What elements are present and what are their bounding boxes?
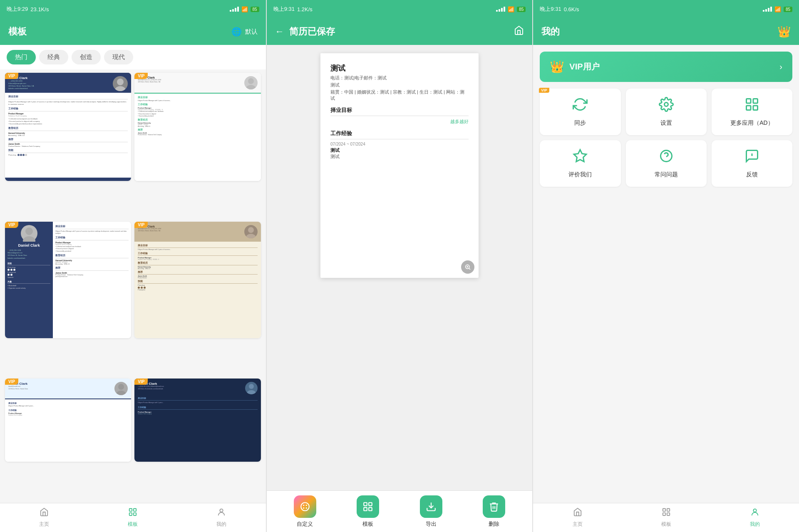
resume-exp-title: 测试 [330,147,340,153]
zoom-button[interactable] [461,260,474,274]
download-icon [420,495,442,518]
tab-label-my-3: 我的 [750,521,760,528]
svg-rect-34 [753,99,758,104]
svg-point-16 [220,509,223,512]
svg-point-24 [303,507,304,508]
home-button-2[interactable] [514,25,524,38]
status-right-2: 📶 85 [496,6,526,12]
vip-card-left: 👑 VIP用户 [550,60,599,74]
back-button-2[interactable]: ← [275,26,284,37]
header-title-2: 简历已保存 [289,25,335,38]
vip-crown-icon: 👑 [550,60,564,74]
svg-point-31 [664,103,668,106]
svg-point-10 [249,384,254,389]
resume-career-value: 越多越好 [450,119,469,125]
export-button[interactable]: 导出 [420,495,442,528]
template-card-1[interactable]: VIP Daniel Clark 📞 (213)-555-1234✉ danie… [5,73,131,181]
svg-point-1 [115,86,126,91]
menu-grid-row2: 评价我们 常问问题 反馈 [540,140,792,187]
template-card-4[interactable]: VIP Daniel Clark daniel@email.com | (213… [134,222,261,338]
resume-preview-area: 测试 电话：测试|电子邮件：测试 测试 籍贯：中国 | 婚姻状况：测试 | 宗教… [267,45,533,490]
resume-contact-2: 测试 [330,82,469,88]
delete-label: 删除 [489,520,499,528]
apps-label: 更多应用（AD） [730,119,773,127]
header-right-1[interactable]: 🌐 默认 [231,27,258,37]
svg-point-23 [305,505,307,506]
palette-icon [294,495,316,518]
tab-template-3[interactable]: 模板 [622,507,710,528]
resume-section-career: 择业目标 [330,106,469,116]
customize-button[interactable]: 自定义 [294,495,316,528]
my-content: 👑 VIP用户 › VIP 同步 设置 [533,45,799,532]
menu-item-sync[interactable]: VIP 同步 [540,89,620,135]
template-icon-3 [662,507,671,519]
customize-label: 自定义 [297,520,313,528]
crown-icon-header: 👑 [777,25,791,38]
vip-badge-6: VIP [134,379,148,385]
tab-my-3[interactable]: 我的 [710,507,799,528]
resume-exp-entry: 07/2024 ~ 07/2024 测试 测试 [330,142,469,160]
header-bar-1: 模板 🌐 默认 [0,18,266,45]
svg-rect-29 [369,507,372,511]
svg-point-0 [117,79,124,85]
resume-exp-detail: 测试 [330,147,469,153]
template-card-5[interactable]: VIP Daniel Clark daniel@email.com123 Dem… [5,379,131,462]
help-icon [659,148,674,167]
status-speed-1: 23.1K/s [30,6,49,12]
sync-icon [573,97,588,115]
tab-home-3[interactable]: 主页 [533,507,622,528]
status-bar-3: 晚上9:31 0.6K/s 📶 85 [533,0,799,18]
svg-point-22 [303,505,304,506]
filter-tab-creative[interactable]: 创造 [72,50,101,64]
delete-button[interactable]: 删除 [483,495,505,528]
wifi-icon-3: 📶 [774,6,781,12]
svg-point-21 [301,502,309,511]
vip-text: VIP用户 [569,61,599,72]
menu-item-apps[interactable]: 更多应用（AD） [712,89,792,135]
filter-tab-modern[interactable]: 现代 [104,50,133,64]
tab-my-1[interactable]: 我的 [177,507,266,528]
apps-icon [744,97,759,115]
status-bar-2: 晚上9:31 1.2K/s 📶 85 [267,0,533,18]
dc-name-3: Daniel Clark [7,243,50,247]
svg-rect-14 [134,509,136,511]
svg-rect-41 [663,509,665,511]
template-card-6[interactable]: VIP Daniel Clark 📞(213)-555-1234 | ✉dani… [134,379,261,462]
template-card-3[interactable]: VIP Daniel Clark 📞(213)-555-1234✉daniel@… [5,222,131,338]
globe-icon-1: 🌐 [231,27,242,37]
svg-point-2 [248,78,254,84]
header-bar-3: 我的 👑 [533,18,799,45]
menu-item-rate[interactable]: 评价我们 [540,140,620,187]
wifi-icon-1: 📶 [241,6,248,12]
header-left-2: ← 简历已保存 [275,25,335,38]
tab-bar-3: 主页 模板 我的 [533,503,799,532]
menu-item-settings[interactable]: 设置 [626,89,707,135]
filter-tab-classic[interactable]: 经典 [39,50,68,64]
vip-card[interactable]: 👑 VIP用户 › [540,52,792,82]
tab-home-1[interactable]: 主页 [0,507,89,528]
template-button[interactable]: 模板 [357,495,379,528]
menu-item-faq[interactable]: 常问问题 [626,140,707,187]
action-bar: 自定义 模板 导出 删除 [267,490,533,532]
resume-career-row: 越多越好 [330,119,469,125]
settings-icon [659,97,674,115]
status-time-3: 晚上9:31 [540,5,561,13]
template-grid: VIP Daniel Clark 📞 (213)-555-1234✉ danie… [0,69,266,502]
tab-bar-1: 主页 模板 我的 [0,503,266,532]
svg-point-9 [116,391,126,395]
template-card-2[interactable]: VIP Daniel Clark daniel@email.com | (213… [134,73,261,181]
status-left-3: 晚上9:31 0.6K/s [540,5,579,13]
menu-item-feedback[interactable]: 反馈 [712,140,792,187]
tab-template-1[interactable]: 模板 [89,507,177,528]
svg-rect-33 [746,106,751,110]
svg-rect-32 [746,99,751,104]
vip-badge-3: VIP [5,222,18,228]
signal-icon-2 [496,7,505,12]
svg-rect-12 [129,509,132,511]
filter-tab-hot[interactable]: 热门 [7,50,36,64]
svg-rect-28 [369,502,372,506]
templates-content: 热门 经典 创造 现代 VIP Daniel Clark 📞 (213)-555… [0,45,266,532]
svg-point-3 [246,85,256,89]
menu-grid-row1: VIP 同步 设置 更多应用（AD） [540,89,792,135]
svg-rect-42 [663,513,665,515]
